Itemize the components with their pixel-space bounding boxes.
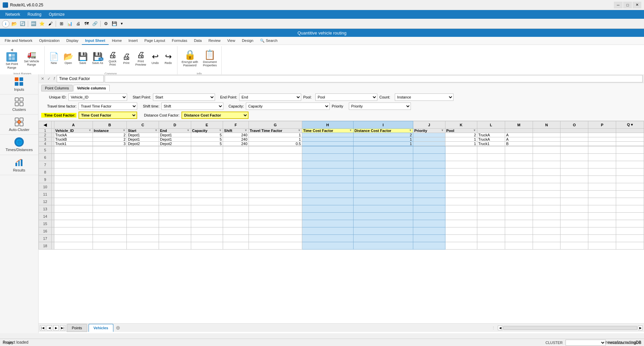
tab-input-sheet[interactable]: Input Sheet — [82, 37, 109, 45]
btn-new[interactable]: 📄 New — [47, 52, 61, 66]
toolbar-spell-icon[interactable]: 🔤 — [30, 20, 37, 27]
select-unique-id[interactable]: Vehicle_ID — [68, 93, 127, 101]
col-header-g[interactable]: G — [249, 121, 302, 129]
cell-p1[interactable] — [588, 129, 616, 133]
cell-l2[interactable]: TruckA — [477, 133, 505, 137]
cell-i3[interactable]: 1 — [353, 137, 413, 142]
cell-q3[interactable] — [616, 137, 644, 142]
tab-point-columns[interactable]: Point Columns — [41, 85, 73, 91]
tab-formulas[interactable]: Formulas — [168, 37, 191, 45]
select-distance-cost[interactable]: Distance Cost Factor — [181, 112, 249, 119]
toolbar-share-icon[interactable]: 🔗 — [91, 20, 99, 27]
col-header-o[interactable]: O — [560, 121, 588, 129]
cell-e4[interactable]: 5 — [191, 142, 223, 146]
hscroll-right-btn[interactable]: ▶ — [638, 326, 643, 330]
col-header-c[interactable]: C — [127, 121, 159, 129]
cell-k1[interactable]: Pool ▼ — [445, 129, 477, 133]
toolbar-refresh-icon[interactable]: 🔄 — [19, 20, 26, 27]
cell-n3[interactable] — [533, 137, 560, 142]
cell-g4[interactable]: 0.5 — [249, 142, 302, 146]
sidebar-item-times-distances[interactable]: 🌐 Times/Distances — [0, 135, 38, 155]
cell-c2[interactable]: Depot1 — [127, 133, 159, 137]
tab-display[interactable]: Display — [63, 37, 82, 45]
btn-save-as[interactable]: 💾As Save As — [91, 52, 105, 66]
tab-search[interactable]: 🔍 Search — [257, 37, 281, 45]
cell-e3[interactable]: 5 — [191, 137, 223, 142]
nav-first-btn[interactable]: |◀ — [40, 325, 45, 331]
btn-print[interactable]: 🖨 Print — [120, 52, 132, 66]
cell-b2[interactable]: 2 — [93, 133, 127, 137]
cell-o1[interactable] — [560, 129, 588, 133]
btn-undo[interactable]: ↩ Undo — [149, 52, 161, 66]
col-header-b[interactable]: B — [93, 121, 127, 129]
sidebar-item-clusters[interactable]: Clusters — [0, 94, 38, 115]
sheet-tab-add[interactable]: ⊕ — [115, 325, 121, 331]
col-header-p[interactable]: P — [588, 121, 616, 129]
col-header-j[interactable]: J — [413, 121, 445, 129]
toolbar-info-icon[interactable]: i — [2, 20, 9, 27]
cell-k4[interactable]: 1 — [445, 142, 477, 146]
cell-m2[interactable]: A — [505, 133, 533, 137]
toolbar-dropdown-icon[interactable]: ▼ — [119, 20, 124, 27]
col-header-f[interactable]: F — [223, 121, 249, 129]
tab-view[interactable]: View — [224, 37, 238, 45]
tab-design[interactable]: Design — [238, 37, 257, 45]
cell-o4[interactable] — [560, 142, 588, 146]
tab-insert[interactable]: Insert — [125, 37, 141, 45]
cell-f1[interactable]: Shift ▼ — [223, 129, 249, 133]
sheet-tab-points[interactable]: Points — [67, 324, 87, 332]
status-cluster-select[interactable] — [566, 340, 606, 346]
formula-cell-ref[interactable]: Time Cost Factor — [57, 75, 104, 82]
col-header-e[interactable]: E — [191, 121, 223, 129]
cell-n1[interactable] — [533, 129, 560, 133]
spreadsheet-area[interactable]: ◀ A B C D E F G H I J — [39, 121, 644, 333]
cell-b3[interactable]: 2 — [93, 137, 127, 142]
cell-j1[interactable]: Priority ▼ — [413, 129, 445, 133]
sidebar-item-inputs[interactable]: Inputs — [0, 74, 38, 94]
cell-l4[interactable]: Truck1 — [477, 142, 505, 146]
cell-c3[interactable]: Depot1 — [127, 137, 159, 142]
cell-m4[interactable]: B — [505, 142, 533, 146]
col-header-q[interactable]: Q ▾ — [616, 121, 644, 129]
cell-j4[interactable] — [413, 142, 445, 146]
cell-h3[interactable] — [302, 137, 353, 142]
cell-p2[interactable] — [588, 133, 616, 137]
cell-p3[interactable] — [588, 137, 616, 142]
toolbar-grid-icon[interactable]: ⊞ — [58, 20, 65, 27]
menu-optimize[interactable]: Optimize — [45, 11, 68, 18]
col-header-m[interactable]: M — [505, 121, 533, 129]
select-shift-time[interactable]: Shift — [161, 102, 223, 110]
sheet-tab-vehicles[interactable]: Vehicles — [89, 324, 113, 332]
cell-o3[interactable] — [560, 137, 588, 142]
minimize-button[interactable]: ─ — [614, 2, 623, 8]
cell-d2[interactable]: Depot1 — [159, 133, 191, 137]
btn-encrypt-password[interactable]: 🔒 Encrypt withPassword — [180, 49, 200, 69]
cell-a1[interactable]: Vehicle_ID ▼ — [54, 129, 93, 133]
cell-b1[interactable]: Instance ▼ — [93, 129, 127, 133]
cell-j3[interactable] — [413, 137, 445, 142]
cell-q4[interactable] — [616, 142, 644, 146]
col-header-h[interactable]: H — [302, 121, 353, 129]
formula-close-btn[interactable]: ✕ — [40, 76, 45, 81]
btn-document-properties[interactable]: 📋 DocumentProperties — [201, 49, 219, 69]
col-header-a[interactable]: A — [54, 121, 93, 129]
tab-file-network[interactable]: File and Network — [1, 37, 36, 45]
maximize-button[interactable]: □ — [623, 2, 632, 8]
select-priority[interactable]: Priority — [349, 102, 411, 110]
col-header-k[interactable]: K — [445, 121, 477, 129]
toolbar-open-icon[interactable]: 📂 — [10, 20, 18, 27]
select-pool[interactable]: Pool — [315, 93, 377, 101]
cell-f2[interactable]: 240 — [223, 133, 249, 137]
cell-a2[interactable]: TruckA — [54, 133, 93, 137]
cell-n4[interactable] — [533, 142, 560, 146]
cell-q2[interactable] — [616, 133, 644, 137]
btn-open[interactable]: 📂 Open — [62, 52, 75, 66]
cell-g1[interactable]: Travel Time Factor ▼ — [249, 129, 302, 133]
select-travel-time[interactable]: Travel Time Factor — [78, 102, 137, 110]
btn-set-point-range[interactable]: ◀ Set PointRange — [3, 46, 20, 71]
cell-g2[interactable]: 1 — [249, 133, 302, 137]
cell-i1[interactable]: Distance Cost Factor ▼ — [353, 129, 413, 133]
cell-a4[interactable]: Truck1 — [54, 142, 93, 146]
cell-f3[interactable]: 240 — [223, 137, 249, 142]
tab-review[interactable]: Review — [205, 37, 224, 45]
